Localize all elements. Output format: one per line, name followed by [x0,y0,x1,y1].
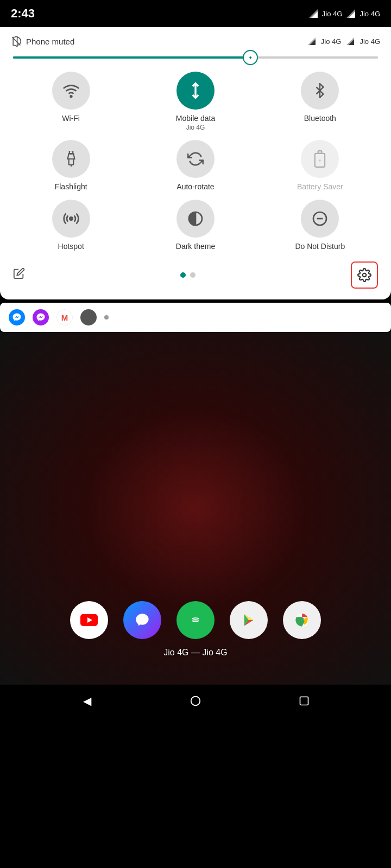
app-play[interactable] [230,601,268,639]
qs-signal-1 [308,37,316,45]
nav-bar: ◀ [0,685,391,717]
svg-point-17 [70,217,72,220]
bluetooth-icon [301,72,339,110]
notif-messenger-icon [9,309,25,326]
dock-apps [11,601,380,639]
flashlight-label: Flashlight [55,182,87,191]
signal-icon-2 [346,9,355,18]
batterysaver-icon: + [301,140,339,178]
recents-button[interactable] [296,693,312,709]
mobiledata-label: Mobile data [176,114,215,123]
app-chrome[interactable] [283,601,321,639]
back-button[interactable]: ◀ [79,693,95,709]
signal-icon-1 [309,9,318,18]
batterysaver-label: Battery Saver [297,182,343,191]
brightness-track[interactable] [13,56,378,59]
quick-settings-panel: Phone muted Jio 4G Jio 4G [0,27,391,299]
app-spotify[interactable] [176,601,215,639]
svg-rect-15 [318,151,322,154]
notification-bar: M [0,303,391,332]
mobiledata-sublabel: Jio 4G [186,124,205,131]
autorotate-label: Auto-rotate [176,182,214,191]
darktheme-icon [176,200,215,238]
qs-signals: Jio 4G Jio 4G [308,37,380,46]
status-icons: Jio 4G Jio 4G [309,9,380,18]
notif-gmail-icon: M [56,309,73,326]
tile-flashlight[interactable]: Flashlight [11,140,131,191]
qs-carrier-1: Jio 4G [321,37,342,46]
tile-mobiledata[interactable]: Mobile data Jio 4G [135,72,255,131]
status-bar: 2:43 Jio 4G Jio 4G [0,0,391,27]
phone-muted-label: Phone muted [26,37,74,46]
tile-darktheme[interactable]: Dark theme [135,200,255,251]
notif-messenger2-icon [33,309,49,326]
phone-muted-row: Phone muted [11,36,74,47]
dot-2 [190,272,195,278]
svg-point-9 [70,95,72,97]
wifi-label: Wi-Fi [62,114,80,123]
svg-rect-32 [300,697,308,705]
carrier-1-label: Jio 4G [322,10,343,18]
flashlight-icon [52,140,90,178]
bluetooth-label: Bluetooth [304,114,336,123]
notif-usb-icon [80,309,97,326]
hotspot-label: Hotspot [58,242,84,251]
tile-wifi[interactable]: Wi-Fi [11,72,131,131]
svg-rect-12 [68,159,73,165]
app-youtube[interactable] [70,601,108,639]
qs-signal-2 [346,37,354,45]
dot-1 [180,272,186,278]
mobiledata-icon [176,72,215,110]
settings-button[interactable] [351,261,378,289]
edit-button[interactable] [13,267,25,283]
brightness-slider[interactable] [11,56,380,59]
tile-bluetooth[interactable]: Bluetooth [260,72,380,131]
tile-hotspot[interactable]: Hotspot [11,200,131,251]
autorotate-icon [176,140,215,178]
tile-batterysaver[interactable]: + Battery Saver [260,140,380,191]
dock-area: Jio 4G — Jio 4G [0,590,391,685]
qs-grid: Wi-Fi Mobile data Jio 4G Bluetooth [11,72,380,251]
donotdisturb-icon [301,200,339,238]
svg-point-31 [191,697,200,706]
darktheme-label: Dark theme [176,242,215,251]
tile-autorotate[interactable]: Auto-rotate [135,140,255,191]
mute-icon [11,36,22,47]
page-indicator [180,272,195,278]
donotdisturb-label: Do Not Disturb [295,242,345,251]
home-screen: Jio 4G — Jio 4G [0,332,391,685]
connection-label: Jio 4G — Jio 4G [11,648,380,658]
home-button[interactable] [187,693,204,709]
tile-donotdisturb[interactable]: Do Not Disturb [260,200,380,251]
brightness-thumb[interactable] [243,50,258,65]
qs-bottom-bar [11,255,380,291]
status-time: 2:43 [11,7,35,21]
svg-point-21 [363,273,367,277]
wifi-icon [52,72,90,110]
notif-dot [104,315,109,320]
qs-top-bar: Phone muted Jio 4G Jio 4G [11,36,380,47]
qs-carrier-2: Jio 4G [360,37,380,46]
hotspot-icon [52,200,90,238]
carrier-2-label: Jio 4G [360,10,380,18]
app-messenger[interactable] [123,601,161,639]
svg-text:+: + [318,157,322,164]
